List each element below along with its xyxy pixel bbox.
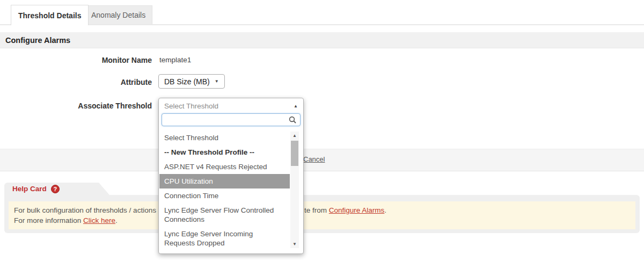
dropdown-option-new-threshold-profile[interactable]: -- New Threshold Profile -- — [159, 145, 290, 160]
help-card-tab: Help Card ? — [4, 183, 109, 195]
chevron-down-icon: ▼ — [215, 79, 219, 84]
click-here-link[interactable]: Click here — [83, 216, 115, 224]
associate-threshold-label: Associate Threshold — [0, 102, 152, 110]
chevron-up-icon: ▲ — [294, 104, 298, 108]
dropdown-search-input[interactable] — [162, 113, 301, 126]
dropdown-option-connection-time[interactable]: Connection Time — [159, 189, 290, 203]
help-card-note: For bulk configuration of thresholds / a… — [9, 201, 635, 229]
tab-anomaly-details[interactable]: Anomaly Details — [84, 5, 152, 24]
search-icon — [289, 116, 296, 124]
tab-threshold-details[interactable]: Threshold Details — [11, 5, 89, 25]
help-question-icon[interactable]: ? — [51, 185, 60, 193]
help-card-body: For bulk configuration of thresholds / a… — [4, 195, 640, 233]
attribute-select[interactable]: DB Size (MB) ▼ — [158, 74, 225, 89]
help-text-line1-prefix: te from — [304, 206, 329, 214]
help-text-line1-left: For bulk configuration of thresholds / a… — [14, 206, 156, 214]
associate-threshold-select[interactable]: Select Threshold ▲ — [159, 98, 303, 113]
scrollbar-thumb[interactable] — [291, 141, 298, 166]
dropdown-option-list: Select Threshold -- New Threshold Profil… — [159, 130, 290, 250]
tab-bar: Threshold Details Anomaly Details — [0, 0, 644, 25]
help-text-line1-right: te from Configure Alarms. — [304, 206, 386, 214]
section-header: Configure Alarms — [0, 32, 644, 48]
cancel-button[interactable]: Cancel — [303, 155, 325, 163]
configure-alarms-link[interactable]: Configure Alarms — [329, 206, 385, 214]
help-text-line2-suffix: . — [115, 216, 118, 224]
help-card-title: Help Card — [12, 185, 47, 193]
dropdown-option-aspnet-requests-rejected[interactable]: ASP.NET v4 Requests Rejected — [159, 160, 290, 174]
attribute-label: Attribute — [0, 78, 152, 86]
scroll-up-icon[interactable]: ▲ — [290, 133, 299, 138]
dropdown-option-select-threshold[interactable]: Select Threshold — [159, 130, 290, 145]
help-text-line2: For more information Click here. — [14, 216, 118, 224]
associate-threshold-selected-value: Select Threshold — [164, 102, 218, 110]
help-text-line2-prefix: For more information — [14, 216, 83, 224]
tab-threshold-details-label: Threshold Details — [18, 11, 81, 20]
monitor-name-label: Monitor Name — [0, 56, 152, 64]
dropdown-scrollbar[interactable]: ▲ ▼ — [290, 132, 299, 248]
section-header-title: Configure Alarms — [5, 36, 70, 45]
tab-bar-divider — [0, 24, 644, 25]
associate-threshold-dropdown: Select Threshold ▲ Select Threshold -- N… — [158, 98, 304, 254]
monitor-name-value: template1 — [159, 56, 191, 64]
scroll-down-icon[interactable]: ▼ — [290, 242, 299, 247]
dropdown-search-area — [159, 113, 303, 128]
attribute-select-value: DB Size (MB) — [164, 77, 210, 86]
configure-alarms-page: Threshold Details Anomaly Details Config… — [0, 0, 644, 261]
dropdown-option-lync-incoming-dropped[interactable]: Lync Edge Server Incoming Requests Dropp… — [159, 227, 290, 250]
dropdown-option-cpu-utilization[interactable]: CPU Utilization — [159, 174, 290, 189]
tab-anomaly-details-label: Anomaly Details — [91, 11, 145, 19]
help-text-line1-suffix: . — [384, 206, 386, 214]
dropdown-option-lync-flow-controlled[interactable]: Lync Edge Server Flow Controlled Connect… — [159, 203, 290, 227]
